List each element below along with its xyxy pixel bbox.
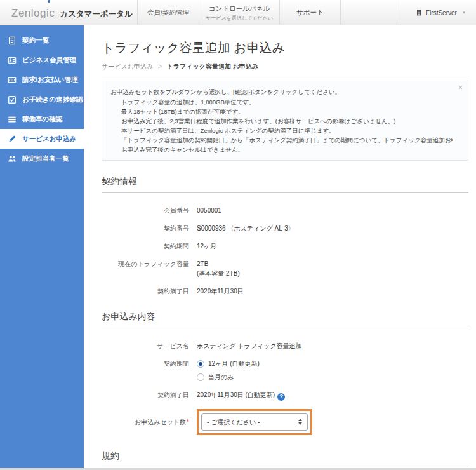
sidebar-item-admin-contacts[interactable]: 設定担当者一覧 — [0, 149, 84, 168]
field-row-contract-expiry: 契約満了日 2020年11月30日 — [102, 286, 468, 296]
notice-bullet: お申込み完了後のキャンセルはできません。 — [121, 145, 453, 154]
section-heading-terms: 規約 — [102, 450, 468, 467]
sidebar-item-contracts[interactable]: 契約一覧 — [0, 30, 84, 50]
radio-button-current-month[interactable] — [197, 373, 204, 381]
logo-text: Zenlogic — [11, 7, 55, 20]
close-icon[interactable]: × — [458, 84, 463, 91]
breadcrumb: サービスお申込み > トラフィック容量追加 お申込み — [102, 62, 468, 71]
field-row-contract-number: 契約番号 S0000936 〈ホスティング AL-3〉 — [102, 224, 468, 233]
user-name: FirstServer — [426, 10, 457, 17]
sidebar-item-service-application[interactable]: サービスお申込み — [0, 129, 84, 149]
people-icon — [8, 154, 17, 163]
contract-info-rows: 会員番号 0050001 契約番号 S0000936 〈ホスティング AL-3〉… — [102, 206, 468, 296]
bill-icon — [8, 76, 17, 84]
notice-intro: お申込みセット数をプルダウンから選択し、[確認]ボタンをクリックしてください。 — [110, 87, 453, 97]
field-row-application-period: 契約期間 12ヶ月 (自動更新) 当月のみ — [102, 359, 468, 382]
list-bars-icon — [8, 115, 17, 124]
section-heading-contract-info: 契約情報 — [102, 176, 468, 193]
nav-item-control-panel[interactable]: コントロールパネル サービスを選択してください — [199, 0, 279, 25]
select-stepper-icon — [298, 419, 302, 425]
notice-bullet: お申込み完了後、2,3営業日程度で追加作業を行います。(お客様サービスへの影響は… — [121, 116, 453, 126]
pen-icon — [8, 135, 17, 144]
field-row-contract-period: 契約期間 12ヶ月 — [102, 241, 468, 251]
help-icon[interactable]: ? — [277, 393, 285, 401]
header-nav: 会員/契約管理 コントロールパネル サービスを選択してください サポート — [137, 0, 341, 25]
required-mark: * — [187, 419, 189, 426]
radio-option-current-month: 当月のみ — [197, 372, 260, 382]
field-row-member-number: 会員番号 0050001 — [102, 206, 468, 215]
notice-box: × お申込みセット数をプルダウンから選択し、[確認]ボタンをクリックしてください… — [102, 81, 468, 161]
sidebar-item-business-members[interactable]: ビジネス会員管理 — [0, 50, 84, 70]
notice-bullet-list: トラフィック容量の追加は、1,000GB単位です。 最大18セット(18TB)ま… — [110, 97, 453, 154]
sidebar: 契約一覧 ビジネス会員管理 請求/お支払い管理 お手続きの進捗確認 稼働率の確認… — [0, 25, 84, 468]
logo-dots-icon — [46, 0, 54, 3]
set-count-highlight: - ご選択ください - — [197, 409, 312, 435]
field-row-service-name: サービス名 ホスティング トラフィック容量追加 — [102, 341, 468, 351]
main-content: トラフィック容量追加 お申込み サービスお申込み > トラフィック容量追加 お申… — [84, 25, 476, 468]
notice-bullet: 「トラフィック容量追加の契約開始日」から「ホスティング契約満了日」までの期間につ… — [121, 135, 453, 145]
breadcrumb-parent-link[interactable]: サービスお申込み — [102, 63, 153, 70]
radio-button-12months[interactable] — [197, 360, 204, 368]
set-count-select[interactable]: - ご選択ください - — [201, 413, 308, 431]
breadcrumb-separator: > — [158, 63, 162, 70]
checkbox-icon — [8, 95, 17, 104]
sidebar-item-billing[interactable]: 請求/お支払い管理 — [0, 70, 84, 90]
breadcrumb-current: トラフィック容量追加 お申込み — [167, 63, 259, 70]
field-row-current-traffic: 現在のトラフィック容量 2TB (基本容量 2TB) — [102, 259, 468, 278]
app-header: Zenlogic カスタマーポータル 会員/契約管理 コントロールパネル サービ… — [0, 0, 476, 25]
logo-subtitle: カスタマーポータル — [60, 9, 133, 20]
notice-bullet: 本サービスの契約満了日は、Zenlogic ホスティングの契約満了日に準じます。 — [121, 126, 453, 135]
organization-icon — [415, 9, 423, 17]
sidebar-item-progress-check[interactable]: お手続きの進捗確認 — [0, 90, 84, 109]
nav-item-support[interactable]: サポート — [279, 0, 341, 25]
document-icon — [8, 36, 17, 45]
field-row-set-count: お申込みセット数* - ご選択ください - — [102, 409, 468, 435]
app-logo[interactable]: Zenlogic カスタマーポータル — [11, 0, 133, 25]
application-rows: サービス名 ホスティング トラフィック容量追加 契約期間 12ヶ月 (自動更新)… — [102, 341, 468, 435]
id-card-icon — [8, 56, 17, 65]
user-menu[interactable]: FirstServer ▼ — [397, 0, 476, 25]
section-heading-application: お申込み内容 — [102, 311, 468, 328]
notice-bullet: 最大18セット(18TB)までの拡張が可能です。 — [121, 107, 453, 116]
page-title: トラフィック容量追加 お申込み — [102, 39, 468, 57]
nav-item-member-contract[interactable]: 会員/契約管理 — [137, 0, 199, 25]
chevron-down-icon: ▼ — [462, 11, 466, 15]
sidebar-item-uptime[interactable]: 稼働率の確認 — [0, 109, 84, 129]
radio-option-12months: 12ヶ月 (自動更新) — [197, 359, 260, 368]
field-row-application-expiry: 契約満了日 2020年11月30日 (自動更新)? — [102, 390, 468, 401]
notice-bullet: トラフィック容量の追加は、1,000GB単位です。 — [121, 97, 453, 107]
